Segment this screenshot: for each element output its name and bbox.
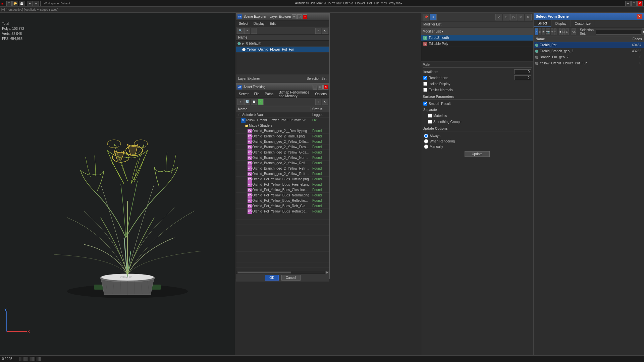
se-layer-1[interactable]: Yellow_Orchid_Flower_Pot_Fur [236, 47, 329, 53]
at-ok-btn[interactable]: OK [265, 275, 278, 281]
mod-turbosmooth[interactable]: T TurboSmooth [421, 35, 533, 41]
at-row-maps[interactable]: 📁 Maps / Shaders [236, 123, 329, 128]
sp-tb-select-none-btn[interactable]: □ [562, 28, 565, 35]
new-btn[interactable]: □ [6, 1, 12, 6]
iterations-input[interactable] [514, 69, 531, 74]
sp-tb-filter-btn[interactable]: ▼ [642, 28, 644, 35]
render-iters-input[interactable] [514, 75, 531, 80]
undo-btn[interactable]: ↩ [28, 1, 33, 6]
sp-tb-case-btn[interactable]: Aa [572, 28, 576, 35]
manually-radio[interactable] [424, 144, 428, 149]
se-minimize-btn[interactable]: ─ [292, 14, 297, 19]
open-btn[interactable]: 📂 [12, 1, 18, 6]
se-menu-display[interactable]: Display [251, 20, 267, 27]
max-btn[interactable]: □ [631, 1, 637, 6]
explicit-normals-checkbox[interactable] [423, 88, 427, 92]
se-menu-edit[interactable]: Edit [267, 20, 278, 27]
se-close-btn[interactable]: ✕ [303, 14, 307, 19]
sp-tb-geometry-btn[interactable]: △ [535, 28, 538, 35]
viewport[interactable]: Total Polys: 103 772 Verts: 52 048 FPS: … [0, 13, 235, 355]
at-row-file16[interactable]: PG Orchid_Pot_Yellow_Buds_Refraction.png… [236, 209, 329, 214]
at-minimize-btn[interactable]: ─ [313, 85, 317, 89]
modifier-list-dropdown[interactable]: Modifier List ▾ [421, 27, 533, 35]
at-row-file4[interactable]: PG Orchid_Branch_geo_2_Yellow_Fresnel.pn… [236, 144, 329, 150]
mod-tb-r4[interactable]: ⟳ [518, 14, 524, 20]
at-row-file15[interactable]: PG Orchid_Pot_Yellow_Buds_Refr_Gloss.png… [236, 203, 329, 209]
select-content[interactable]: Orchid_Pot 60484 Orchid_Branch_geo_2 432… [534, 42, 644, 335]
update-btn[interactable]: Update [465, 151, 489, 157]
sp-tb-cameras-btn[interactable]: 📷 [546, 28, 550, 35]
sp-close-btn[interactable]: ✕ [637, 14, 642, 19]
at-scrollbar-thumb[interactable] [237, 272, 291, 274]
at-tb-btn1[interactable]: ↑ [237, 99, 244, 105]
render-iters-checkbox[interactable] [423, 76, 427, 80]
mod-pin-btn[interactable]: 📌 [423, 14, 429, 20]
redo-btn[interactable]: ↪ [34, 1, 39, 6]
at-cancel-btn[interactable]: Cancel [281, 275, 301, 281]
at-menu-server[interactable]: Server [236, 91, 251, 97]
at-menu-file[interactable]: File [251, 91, 262, 97]
sp-tab-display[interactable]: Display [551, 20, 571, 27]
at-row-file6[interactable]: PG Orchid_Branch_geo_2_Yellow_Normal.png… [236, 155, 329, 161]
at-row-file1[interactable]: PG Orchid_Branch_geo_2__Density.png Foun… [236, 128, 329, 134]
always-radio[interactable] [424, 134, 428, 138]
at-tb-btn3[interactable]: 📋 [251, 99, 257, 105]
scene-explorer-content[interactable]: ▶ 0 (default) Yellow_Orchid_Flower_Pot_F… [236, 41, 329, 74]
at-row-file7[interactable]: PG Orchid_Branch_geo_2_Yellow_Reflection… [236, 161, 329, 166]
mod-editable-poly[interactable]: E Editable Poly [421, 41, 533, 47]
sp-tb-lights-btn[interactable]: ☀ [542, 28, 545, 35]
smoothing-groups-checkbox[interactable] [428, 120, 432, 124]
sp-row-orchid-pot[interactable]: Orchid_Pot 60484 [534, 42, 644, 48]
at-row-file14[interactable]: PG Orchid_Pot_Yellow_Buds_Reflection.png… [236, 198, 329, 203]
sp-tab-customize[interactable]: Customize [571, 20, 595, 27]
at-scroll-right[interactable]: ▶ [325, 271, 329, 274]
se-layers-btn[interactable]: ≡ [315, 28, 321, 34]
mod-tb-r1[interactable]: ◁ [495, 14, 502, 20]
isoline-checkbox[interactable] [423, 82, 427, 86]
at-row-vault[interactable]: ⬡ Autodesk Vault Logged [236, 112, 329, 118]
sp-row-orchid-branch[interactable]: Orchid_Branch_geo_2 43288 [534, 48, 644, 54]
mod-list-btn[interactable]: ≡ [430, 14, 437, 20]
at-content[interactable]: ⬡ Autodesk Vault Logged M Yellow_Orchid_… [236, 112, 329, 271]
sp-tb-spacewarps-btn[interactable]: ~ [554, 28, 556, 35]
se-maximize-btn[interactable]: □ [297, 14, 302, 19]
at-maximize-btn[interactable]: □ [318, 85, 323, 89]
sp-tb-select-all-btn[interactable]: ■ [559, 28, 561, 35]
sp-tb-invert-btn[interactable]: ⊞ [566, 28, 569, 35]
se-menu-select[interactable]: Select [236, 20, 251, 27]
when-rendering-radio[interactable] [424, 139, 428, 143]
at-menu-bitmap[interactable]: Bitmap Performance and Memory [276, 91, 312, 97]
sp-tb-shapes-btn[interactable]: ○ [539, 28, 541, 35]
se-layer-0[interactable]: ▶ 0 (default) [236, 41, 329, 47]
at-row-file11[interactable]: PG Orchid_Pot_Yellow_Buds_Fresnel.png Fo… [236, 182, 329, 187]
se-filter-btn[interactable]: 🔍 [237, 28, 244, 34]
mod-tb-r5[interactable]: ⚙ [525, 14, 532, 20]
se-collapse-btn[interactable]: - [251, 28, 257, 34]
sp-tb-helpers-btn[interactable]: + [551, 28, 553, 35]
smooth-result-checkbox[interactable] [423, 102, 427, 106]
materials-checkbox[interactable] [428, 114, 432, 118]
at-row-file2[interactable]: PG Orchid_Branch_geo_2_Radius.png Found [236, 134, 329, 139]
at-row-file8[interactable]: PG Orchid_Branch_geo_2_Yellow_Refr_Gloss… [236, 166, 329, 171]
close-btn[interactable]: ✕ [637, 1, 643, 6]
at-row-maxfile[interactable]: M Yellow_Orchid_Flower_Pot_Fur_max_vray.… [236, 118, 329, 123]
at-row-file5[interactable]: PG Orchid_Branch_geo_2_Yellow_Glossiness… [236, 150, 329, 155]
sp-row-branch-fur[interactable]: Branch_Fur_geo_2 0 [534, 54, 644, 60]
at-help-btn[interactable]: ? [315, 99, 321, 105]
at-row-file10[interactable]: PG Orchid_Pot_Yellow_Buds_Diffuse.png Fo… [236, 177, 329, 182]
at-settings-btn[interactable]: ⚙ [322, 99, 328, 105]
min-btn[interactable]: ─ [625, 1, 631, 6]
sp-row-yellow-orchid[interactable]: Yellow_Orchid_Flower_Pot_Fur 0 [534, 60, 644, 66]
mod-tb-r2[interactable]: □ [503, 14, 509, 20]
at-tb-btn2[interactable]: 🔄 [244, 99, 250, 105]
at-row-file3[interactable]: PG Orchid_Branch_geo_2_Yellow_Diffuse.pn… [236, 139, 329, 144]
at-close-btn[interactable]: ✕ [323, 85, 328, 89]
at-row-file12[interactable]: PG Orchid_Pot_Yellow_Buds_Glossiness.png… [236, 187, 329, 193]
at-scrollbar[interactable]: ▶ [236, 271, 329, 274]
sp-tab-select[interactable]: Select [534, 20, 551, 27]
se-expand-btn[interactable]: + [244, 28, 250, 34]
sp-selection-set-input[interactable] [596, 29, 641, 35]
se-settings-btn[interactable]: ⚙ [322, 28, 328, 34]
at-tb-btn4[interactable]: ✓ [258, 99, 264, 105]
at-row-file13[interactable]: PG Orchid_Pot_Yellow_Buds_Normal.png Fou… [236, 193, 329, 198]
